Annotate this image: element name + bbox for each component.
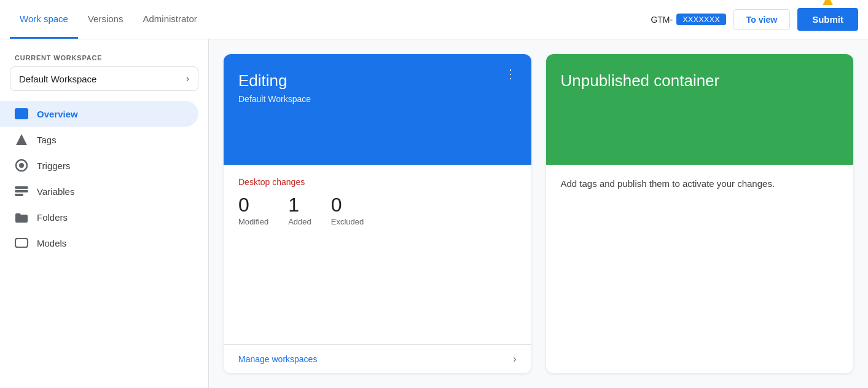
sidebar-item-variables[interactable]: Variables bbox=[0, 178, 198, 204]
tags-icon bbox=[15, 133, 28, 146]
manage-workspaces-link: Manage workspaces bbox=[238, 354, 317, 364]
sidebar-item-overview[interactable]: Overview bbox=[0, 101, 198, 127]
sidebar-item-folders[interactable]: Folders bbox=[0, 204, 198, 230]
variables-icon bbox=[15, 184, 28, 198]
stat-excluded-label: Excluded bbox=[331, 217, 364, 226]
nav-tabs: Work space Versions Administrator bbox=[10, 0, 207, 39]
sidebar-item-label-folders: Folders bbox=[37, 212, 68, 223]
models-icon bbox=[15, 236, 28, 250]
submit-button[interactable]: Submit bbox=[797, 8, 858, 31]
manage-workspaces-footer[interactable]: Manage workspaces › bbox=[224, 344, 531, 373]
workspace-selector[interactable]: Default Workspace › bbox=[10, 66, 198, 91]
editing-card-body: Desktop changes 0 Modified 1 Added 0 Exc… bbox=[224, 165, 531, 344]
stat-excluded: 0 Excluded bbox=[331, 194, 364, 226]
unpublished-card-body: Add tags and publish them to activate yo… bbox=[546, 165, 854, 373]
editing-card-subtitle: Default Workspace bbox=[238, 94, 517, 104]
changes-stats: 0 Modified 1 Added 0 Excluded bbox=[238, 194, 517, 226]
svg-rect-0 bbox=[15, 108, 28, 119]
stat-added-number: 1 bbox=[288, 194, 299, 216]
svg-rect-6 bbox=[15, 194, 23, 196]
sidebar-item-label-tags: Tags bbox=[37, 135, 57, 145]
app-body: CURRENT WORKSPACE Default Workspace › Ov… bbox=[0, 39, 868, 388]
sidebar-item-models[interactable]: Models bbox=[0, 230, 198, 256]
unpublished-card: Unpublished container Add tags and publi… bbox=[546, 54, 854, 373]
stat-modified-label: Modified bbox=[238, 217, 268, 226]
workspace-name: Default Workspace bbox=[19, 74, 96, 84]
svg-rect-4 bbox=[15, 186, 28, 189]
sidebar-item-label-models: Models bbox=[37, 238, 66, 248]
stat-excluded-number: 0 bbox=[331, 194, 342, 216]
editing-card-title: Editing bbox=[238, 71, 517, 90]
submit-arrow-indicator: ▲ bbox=[819, 0, 837, 8]
svg-marker-1 bbox=[16, 134, 27, 145]
sidebar: CURRENT WORKSPACE Default Workspace › Ov… bbox=[0, 39, 209, 388]
svg-point-3 bbox=[19, 163, 24, 168]
gtm-id-badge: XXXXXXX bbox=[676, 14, 726, 25]
workspace-section-label: CURRENT WORKSPACE bbox=[0, 49, 208, 64]
workspace-chevron-icon: › bbox=[186, 73, 189, 84]
unpublished-card-header: Unpublished container bbox=[546, 54, 854, 165]
svg-rect-7 bbox=[15, 239, 28, 247]
folders-icon bbox=[15, 210, 28, 224]
stat-added: 1 Added bbox=[288, 194, 311, 226]
gtm-id-display: GTM-XXXXXXX bbox=[651, 14, 725, 25]
submit-container: ▲ Submit bbox=[797, 8, 858, 31]
tab-versions[interactable]: Versions bbox=[78, 0, 133, 39]
sidebar-item-label-triggers: Triggers bbox=[37, 160, 70, 171]
sidebar-item-tags[interactable]: Tags bbox=[0, 127, 198, 152]
triggers-icon bbox=[15, 159, 28, 172]
top-nav: Work space Versions Administrator GTM-XX… bbox=[0, 0, 868, 39]
tab-administrator[interactable]: Administrator bbox=[133, 0, 206, 39]
editing-card: Editing Default Workspace ⋮ Desktop chan… bbox=[224, 54, 531, 373]
svg-rect-5 bbox=[15, 190, 28, 192]
unpublished-card-title: Unpublished container bbox=[561, 71, 839, 90]
stat-modified-number: 0 bbox=[238, 194, 249, 216]
nav-right: GTM-XXXXXXX To view ▲ Submit bbox=[651, 8, 858, 31]
overview-icon bbox=[15, 107, 28, 121]
unpublished-description: Add tags and publish them to activate yo… bbox=[561, 177, 839, 191]
sidebar-item-label-overview: Overview bbox=[37, 109, 78, 119]
stat-modified: 0 Modified bbox=[238, 194, 268, 226]
manage-workspaces-chevron-icon: › bbox=[513, 354, 516, 365]
sidebar-item-triggers[interactable]: Triggers bbox=[0, 152, 198, 178]
tab-workspace[interactable]: Work space bbox=[10, 0, 78, 39]
stat-added-label: Added bbox=[288, 217, 311, 226]
editing-card-more-button[interactable]: ⋮ bbox=[499, 64, 522, 84]
preview-button[interactable]: To view bbox=[733, 9, 790, 30]
sidebar-item-label-variables: Variables bbox=[37, 186, 74, 197]
editing-card-header: Editing Default Workspace ⋮ bbox=[224, 54, 531, 165]
main-content: Editing Default Workspace ⋮ Desktop chan… bbox=[209, 39, 868, 388]
changes-label: Desktop changes bbox=[238, 177, 517, 187]
